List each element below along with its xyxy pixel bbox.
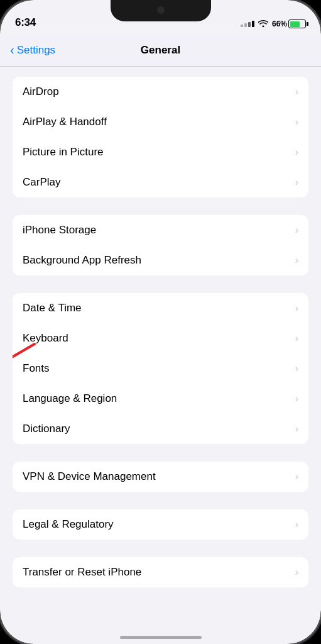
signal-icon — [241, 21, 254, 27]
bg-refresh-chevron-icon: › — [295, 255, 298, 266]
settings-content: AirDrop › AirPlay & Handoff › Picture in… — [0, 67, 321, 644]
pip-chevron-icon: › — [295, 147, 298, 158]
airplay-right: › — [295, 116, 298, 128]
iphone-storage-label: iPhone Storage — [23, 224, 96, 236]
status-icons: 66% — [241, 19, 306, 29]
settings-item-airdrop[interactable]: AirDrop › — [13, 77, 308, 107]
settings-item-airplay[interactable]: AirPlay & Handoff › — [13, 107, 308, 137]
back-label: Settings — [17, 44, 55, 57]
notch — [111, 0, 211, 21]
battery-icon — [288, 19, 306, 28]
airplay-label: AirPlay & Handoff — [23, 116, 107, 128]
bg-refresh-right: › — [295, 255, 298, 266]
home-indicator — [120, 636, 202, 639]
settings-item-date-time[interactable]: Date & Time › — [13, 293, 308, 323]
settings-group-2: iPhone Storage › Background App Refresh … — [0, 215, 321, 275]
pip-label: Picture in Picture — [23, 146, 104, 158]
dictionary-label: Dictionary — [23, 423, 70, 435]
airdrop-right: › — [295, 86, 298, 97]
vpn-label: VPN & Device Management — [23, 470, 156, 483]
vpn-right: › — [295, 471, 298, 482]
airdrop-label: AirDrop — [23, 86, 59, 98]
carplay-right: › — [295, 177, 298, 188]
keyboard-label: Keyboard — [23, 332, 68, 345]
settings-card-1: AirDrop › AirPlay & Handoff › Picture in… — [13, 77, 308, 197]
date-time-chevron-icon: › — [295, 303, 298, 314]
settings-item-pip[interactable]: Picture in Picture › — [13, 137, 308, 167]
settings-item-fonts[interactable]: Fonts › — [13, 353, 308, 384]
settings-item-dictionary[interactable]: Dictionary › — [13, 414, 308, 444]
keyboard-right: › — [295, 333, 298, 344]
iphone-storage-right: › — [295, 225, 298, 236]
fonts-label: Fonts — [23, 362, 50, 375]
screen: 6:34 66% — [0, 0, 321, 644]
iphone-storage-chevron-icon: › — [295, 225, 298, 236]
settings-item-legal[interactable]: Legal & Regulatory › — [13, 509, 308, 540]
legal-chevron-icon: › — [295, 519, 298, 530]
front-camera — [157, 6, 165, 14]
language-region-chevron-icon: › — [295, 393, 298, 404]
language-region-label: Language & Region — [23, 392, 117, 405]
settings-card-5: Legal & Regulatory › — [13, 509, 308, 540]
wifi-icon — [258, 19, 268, 29]
settings-item-language-region[interactable]: Language & Region › — [13, 384, 308, 414]
pip-right: › — [295, 147, 298, 158]
settings-card-6: Transfer or Reset iPhone › — [13, 557, 308, 587]
settings-group-3: Date & Time › Keyboard › Fonts — [0, 293, 321, 444]
vpn-chevron-icon: › — [295, 471, 298, 482]
page-title: General — [141, 44, 180, 57]
keyboard-chevron-icon: › — [295, 333, 298, 344]
legal-label: Legal & Regulatory — [23, 518, 114, 531]
dictionary-chevron-icon: › — [295, 423, 298, 435]
carplay-chevron-icon: › — [295, 177, 298, 188]
transfer-reset-label: Transfer or Reset iPhone — [23, 566, 141, 579]
battery-percentage: 66% — [272, 19, 287, 28]
settings-card-2: iPhone Storage › Background App Refresh … — [13, 215, 308, 275]
settings-item-keyboard[interactable]: Keyboard › — [13, 323, 308, 353]
airplay-chevron-icon: › — [295, 116, 298, 128]
settings-item-carplay[interactable]: CarPlay › — [13, 167, 308, 197]
phone-frame: 6:34 66% — [0, 0, 321, 644]
battery-fill — [290, 21, 300, 27]
navigation-bar: ‹ Settings General — [0, 34, 321, 67]
bg-refresh-label: Background App Refresh — [23, 254, 141, 267]
fonts-right: › — [295, 363, 298, 374]
airdrop-chevron-icon: › — [295, 86, 298, 97]
date-time-right: › — [295, 303, 298, 314]
carplay-label: CarPlay — [23, 176, 60, 189]
settings-group-1: AirDrop › AirPlay & Handoff › Picture in… — [0, 77, 321, 197]
back-chevron-icon: ‹ — [10, 43, 14, 57]
battery-indicator: 66% — [272, 19, 306, 28]
settings-group-6: Transfer or Reset iPhone › — [0, 557, 321, 587]
settings-item-bg-refresh[interactable]: Background App Refresh › — [13, 245, 308, 275]
settings-card-3: Date & Time › Keyboard › Fonts — [13, 293, 308, 444]
settings-item-transfer-reset[interactable]: Transfer or Reset iPhone › — [13, 557, 308, 587]
date-time-label: Date & Time — [23, 302, 82, 314]
transfer-reset-right: › — [295, 567, 298, 578]
legal-right: › — [295, 519, 298, 530]
settings-item-vpn[interactable]: VPN & Device Management › — [13, 462, 308, 492]
language-region-right: › — [295, 393, 298, 404]
status-time: 6:34 — [15, 16, 36, 29]
fonts-chevron-icon: › — [295, 363, 298, 374]
dictionary-right: › — [295, 423, 298, 435]
settings-group-4: VPN & Device Management › — [0, 462, 321, 492]
transfer-reset-chevron-icon: › — [295, 567, 298, 578]
back-button[interactable]: ‹ Settings — [10, 43, 55, 57]
settings-item-iphone-storage[interactable]: iPhone Storage › — [13, 215, 308, 245]
settings-card-4: VPN & Device Management › — [13, 462, 308, 492]
settings-group-5: Legal & Regulatory › — [0, 509, 321, 540]
